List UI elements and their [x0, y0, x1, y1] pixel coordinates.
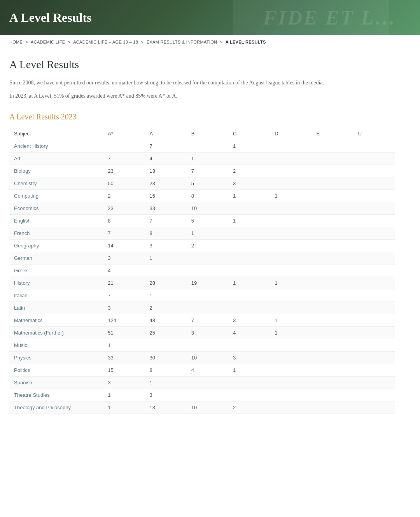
grade-cell [312, 401, 353, 414]
grade-cell [187, 376, 228, 389]
grade-cell [270, 264, 312, 277]
grade-cell [312, 165, 353, 177]
grade-cell: 33 [145, 202, 187, 214]
breadcrumb-sep-2: > [68, 40, 71, 44]
grade-cell [228, 252, 270, 264]
grade-cell [354, 376, 395, 389]
subject-cell: Mathematics (Further) [9, 326, 103, 339]
grade-cell: 7 [103, 227, 145, 239]
grade-cell: 14 [103, 239, 145, 252]
grade-cell: 2 [103, 189, 145, 202]
grade-cell: 19 [187, 277, 228, 289]
subject-cell: History [9, 277, 103, 289]
banner-decoration: FIDE ET L… [263, 6, 397, 29]
table-row: Physics3330103 [9, 351, 395, 364]
grade-cell [187, 339, 228, 351]
grade-cell [312, 314, 353, 326]
grade-cell: 13 [145, 401, 187, 414]
subject-cell: Spanish [9, 376, 103, 389]
grade-cell [270, 214, 312, 227]
grade-cell [312, 227, 353, 239]
grade-cell: 23 [103, 202, 145, 214]
grade-cell [187, 252, 228, 264]
grade-cell [145, 339, 187, 351]
table-row: Ancient History71 [9, 140, 395, 152]
grade-cell [270, 301, 312, 314]
subject-cell: Ancient History [9, 140, 103, 152]
col-b: B [187, 128, 228, 140]
table-row: Spanish31 [9, 376, 395, 389]
grade-cell: 3 [187, 326, 228, 339]
grade-cell [312, 189, 353, 202]
grade-cell [312, 252, 353, 264]
grade-cell: 15 [145, 189, 187, 202]
grade-cell [270, 351, 312, 364]
grade-cell [354, 326, 395, 339]
subject-cell: Chemistry [9, 177, 103, 189]
table-row: Art741 [9, 152, 395, 165]
grade-cell [354, 314, 395, 326]
grade-cell: 7 [187, 314, 228, 326]
grade-cell [354, 351, 395, 364]
grade-cell: 1 [103, 389, 145, 401]
col-e: E [312, 128, 353, 140]
col-d: D [270, 128, 312, 140]
grade-cell: 30 [145, 351, 187, 364]
table-row: Theatre Studies13 [9, 389, 395, 401]
table-row: French781 [9, 227, 395, 239]
grade-cell: 10 [187, 202, 228, 214]
grade-cell [354, 339, 395, 351]
grade-cell [312, 277, 353, 289]
breadcrumb-sep-3: > [141, 40, 144, 44]
breadcrumb-exam-results[interactable]: EXAM RESULTS & INFORMATION [147, 40, 217, 44]
results-table: Subject A* A B C D E U Ancient History71… [9, 128, 395, 414]
table-row: Greek4 [9, 264, 395, 277]
subject-cell: French [9, 227, 103, 239]
subject-cell: Italian [9, 289, 103, 301]
subject-cell: Greek [9, 264, 103, 277]
table-row: Economics233310 [9, 202, 395, 214]
grade-cell [312, 351, 353, 364]
grade-cell [270, 289, 312, 301]
grade-cell: 1 [145, 252, 187, 264]
grade-cell [228, 227, 270, 239]
grade-cell [187, 264, 228, 277]
grade-cell: 25 [145, 326, 187, 339]
grade-cell [354, 239, 395, 252]
grade-cell [312, 389, 353, 401]
grade-cell: 3 [103, 376, 145, 389]
grade-cell [270, 252, 312, 264]
table-row: Music1 [9, 339, 395, 351]
grade-cell [312, 364, 353, 376]
grade-cell: 2 [187, 239, 228, 252]
table-row: Politics15841 [9, 364, 395, 376]
col-c: C [228, 128, 270, 140]
grade-cell: 7 [145, 140, 187, 152]
banner-title: A Level Results [9, 11, 92, 25]
grade-cell: 2 [228, 401, 270, 414]
table-row: Biology231372 [9, 165, 395, 177]
col-a: A [145, 128, 187, 140]
grade-cell [354, 364, 395, 376]
breadcrumb-sep-1: > [26, 40, 28, 44]
breadcrumb-home[interactable]: HOME [9, 40, 23, 44]
grade-cell: 1 [228, 214, 270, 227]
grade-cell: 8 [103, 214, 145, 227]
grade-cell: 23 [103, 165, 145, 177]
grade-cell: 13 [145, 165, 187, 177]
grade-cell: 5 [187, 177, 228, 189]
grade-cell: 1 [187, 227, 228, 239]
grade-cell: 1 [187, 152, 228, 165]
breadcrumb-sep-4: > [220, 40, 223, 44]
grade-cell: 1 [103, 401, 145, 414]
breadcrumb-academic-life-age[interactable]: ACADEMIC LIFE – AGE 13 – 18 [73, 40, 138, 44]
subject-cell: English [9, 214, 103, 227]
grade-cell [312, 140, 353, 152]
breadcrumb-academic-life[interactable]: ACADEMIC LIFE [31, 40, 65, 44]
grade-cell: 50 [103, 177, 145, 189]
grade-cell: 124 [103, 314, 145, 326]
subject-cell: Economics [9, 202, 103, 214]
grade-cell [312, 152, 353, 165]
col-u: U [354, 128, 395, 140]
grade-cell [312, 214, 353, 227]
